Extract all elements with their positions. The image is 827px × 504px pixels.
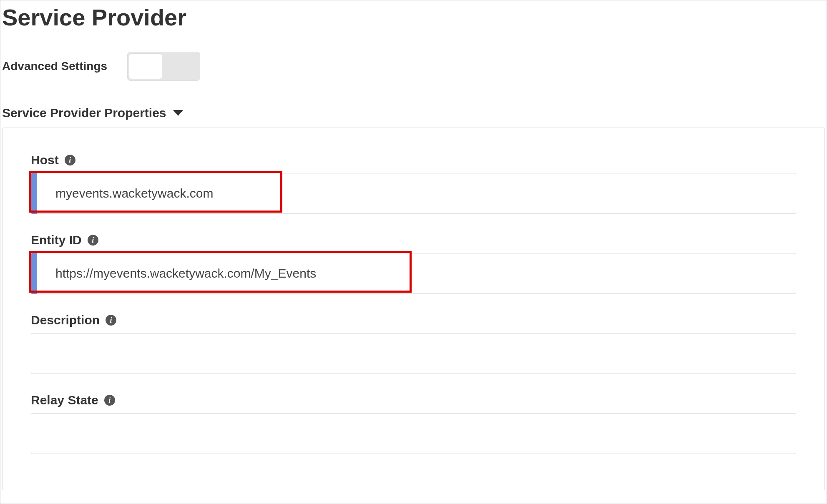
host-label: Host [31,153,59,167]
properties-panel: Host i Entity ID i Description [2,128,825,490]
relay-state-label: Relay State [31,393,98,407]
advanced-settings-toggle[interactable] [127,52,200,81]
host-input[interactable] [31,173,796,214]
properties-section-title: Service Provider Properties [2,106,166,120]
info-icon[interactable]: i [106,315,116,326]
info-icon[interactable]: i [65,155,75,165]
input-accent-bar [31,173,37,214]
info-icon[interactable]: i [104,395,115,406]
entity-id-label: Entity ID [31,233,82,247]
description-field-group: Description i [31,313,796,374]
toggle-handle [129,53,162,79]
entity-id-field-group: Entity ID i [31,233,796,294]
relay-state-input[interactable] [31,413,796,454]
page-title: Service Provider [2,4,825,31]
relay-state-field-group: Relay State i [31,393,796,454]
description-input[interactable] [31,333,796,374]
advanced-settings-row: Advanced Settings [2,52,825,81]
description-label: Description [31,313,100,327]
advanced-settings-label: Advanced Settings [2,60,107,73]
service-provider-panel: Service Provider Advanced Settings Servi… [0,0,827,504]
properties-section-header[interactable]: Service Provider Properties [2,106,825,120]
info-icon[interactable]: i [88,235,98,246]
chevron-down-icon [173,110,183,116]
input-accent-bar [31,253,37,294]
entity-id-input[interactable] [31,253,796,294]
host-field-group: Host i [31,153,796,214]
